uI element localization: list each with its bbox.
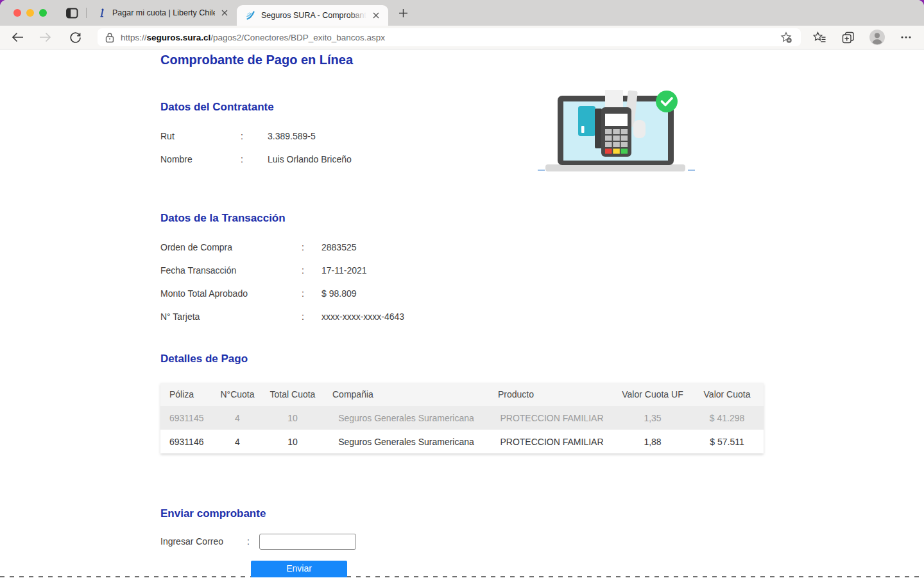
cell-valor: $ 41.298 <box>690 406 764 430</box>
row-value: Luis Orlando Briceño <box>268 155 352 164</box>
url-domain: seguros.sura.cl <box>147 33 211 42</box>
row-value: 3.389.589-5 <box>268 132 316 141</box>
favorites-star-icon <box>813 31 826 43</box>
browser-window: Pagar mi cuota | Liberty Chile Seguros S… <box>0 0 924 578</box>
cell-ncuota: 4 <box>213 430 262 453</box>
success-check-icon <box>656 91 678 112</box>
back-button[interactable] <box>8 28 27 46</box>
page-content: Comprobante de Pago en Línea <box>0 49 924 577</box>
col-compania: Compañia <box>323 383 489 406</box>
col-poliza: Póliza <box>160 383 213 406</box>
vertical-tabs-icon <box>66 8 78 19</box>
collections-icon <box>842 31 855 44</box>
email-input[interactable] <box>259 534 356 550</box>
tab-actions-menu-button[interactable] <box>65 6 79 20</box>
data-row-tarjeta: N° Tarjeta : xxxx-xxxx-xxxx-4643 <box>160 312 404 335</box>
row-label: Fecha Transacción <box>160 266 302 276</box>
profile-button[interactable] <box>868 28 887 46</box>
section-heading: Datos de la Transacción <box>160 212 404 225</box>
data-row-rut: Rut : 3.389.589-5 <box>160 132 352 155</box>
send-receipt-button[interactable]: Enviar <box>251 561 347 577</box>
forward-arrow-icon <box>39 32 51 42</box>
tab-title: Seguros SURA - Comprobante <box>261 11 366 20</box>
section-enviar: Enviar comprobante <box>160 507 266 520</box>
data-row-fecha: Fecha Transacción : 17-11-2021 <box>160 266 404 289</box>
star-add-icon <box>780 31 792 44</box>
add-favorite-button[interactable] <box>776 28 796 46</box>
payment-success-illustration <box>535 89 698 174</box>
collections-button[interactable] <box>839 28 858 46</box>
tab-title: Pagar mi cuota | Liberty Chile <box>112 8 215 17</box>
table-row: 6931146 4 10 Seguros Generales Surameric… <box>160 430 764 453</box>
row-separator: : <box>302 243 321 252</box>
avatar-icon <box>869 29 886 46</box>
row-label: Orden de Compra <box>160 243 302 252</box>
tab-bar: Pagar mi cuota | Liberty Chile Seguros S… <box>0 0 924 26</box>
email-row: Ingresar Correo : <box>160 534 356 550</box>
table-row: 6931145 4 10 Seguros Generales Surameric… <box>160 406 764 430</box>
liberty-chile-favicon <box>97 8 107 18</box>
row-label: Rut <box>160 132 241 141</box>
section-heading: Datos del Contratante <box>160 101 352 114</box>
cell-compania: Seguros Generales Suramericana <box>323 406 489 430</box>
close-window-button[interactable] <box>13 9 21 17</box>
section-transaccion: Datos de la Transacción Orden de Compra … <box>160 212 404 335</box>
plus-icon <box>398 8 408 18</box>
col-ncuota: N°Cuota <box>213 383 262 406</box>
row-separator: : <box>302 266 321 276</box>
refresh-button[interactable] <box>65 28 85 46</box>
row-value: 2883525 <box>321 243 357 252</box>
payment-details-table: Póliza N°Cuota Total Cuota Compañia Prod… <box>160 383 764 453</box>
table-header-row: Póliza N°Cuota Total Cuota Compañia Prod… <box>160 383 764 406</box>
col-valor: Valor Cuota <box>690 383 764 406</box>
tab-close-button[interactable] <box>370 10 382 21</box>
row-label: N° Tarjeta <box>160 312 302 322</box>
cell-producto: PROTECCION FAMILIAR <box>489 430 615 453</box>
cell-valor: $ 57.511 <box>690 430 764 453</box>
maximize-window-button[interactable] <box>39 9 47 17</box>
toolbar-right-icons <box>810 28 916 46</box>
lock-icon[interactable] <box>105 32 114 43</box>
row-separator: : <box>302 312 321 322</box>
bottom-dashed-line <box>0 576 924 577</box>
navigation-toolbar: https://seguros.sura.cl/pagos2/Conectore… <box>0 26 924 49</box>
data-row-orden: Orden de Compra : 2883525 <box>160 243 404 266</box>
cell-valor-uf: 1,88 <box>615 430 690 453</box>
col-totalcuota: Total Cuota <box>262 383 323 406</box>
data-row-nombre: Nombre : Luis Orlando Briceño <box>160 155 352 178</box>
section-detalles: Detalles de Pago Póliza N°Cuota Total Cu… <box>160 353 764 453</box>
cell-compania: Seguros Generales Suramericana <box>323 430 489 453</box>
cell-totalcuota: 10 <box>262 430 323 453</box>
settings-menu-button[interactable] <box>896 28 916 46</box>
cell-poliza: 6931146 <box>160 430 213 453</box>
tab-liberty-chile[interactable]: Pagar mi cuota | Liberty Chile <box>88 0 237 26</box>
col-valor-uf: Valor Cuota UF <box>615 383 690 406</box>
close-icon <box>221 10 228 16</box>
url-scheme: https:// <box>121 33 147 42</box>
data-row-monto: Monto Total Aprobado : $ 98.809 <box>160 289 404 312</box>
row-value: $ 98.809 <box>321 289 357 299</box>
url-path: /pagos2/Conectores/BDP_exito_bancos.aspx <box>210 33 385 42</box>
cell-totalcuota: 10 <box>262 406 323 430</box>
row-value: xxxx-xxxx-xxxx-4643 <box>321 312 404 322</box>
row-separator: : <box>247 534 259 547</box>
section-heading: Enviar comprobante <box>160 507 266 520</box>
forward-button[interactable] <box>35 28 55 46</box>
col-producto: Producto <box>489 383 615 406</box>
cell-ncuota: 4 <box>213 406 262 430</box>
back-arrow-icon <box>12 32 24 42</box>
tab-seguros-sura[interactable]: Seguros SURA - Comprobante <box>237 5 388 26</box>
favorites-button[interactable] <box>810 28 829 46</box>
cell-producto: PROTECCION FAMILIAR <box>489 406 615 430</box>
cell-valor-uf: 1,35 <box>615 406 690 430</box>
cell-poliza: 6931145 <box>160 406 213 430</box>
tab-close-button[interactable] <box>219 7 230 19</box>
address-bar[interactable]: https://seguros.sura.cl/pagos2/Conectore… <box>98 28 801 46</box>
refresh-icon <box>69 31 81 44</box>
row-label: Nombre <box>160 155 241 164</box>
close-icon <box>373 12 379 19</box>
new-tab-button[interactable] <box>395 4 411 21</box>
page-title: Comprobante de Pago en Línea <box>160 53 353 67</box>
minimize-window-button[interactable] <box>26 9 34 17</box>
url-text[interactable]: https://seguros.sura.cl/pagos2/Conectore… <box>121 33 776 42</box>
